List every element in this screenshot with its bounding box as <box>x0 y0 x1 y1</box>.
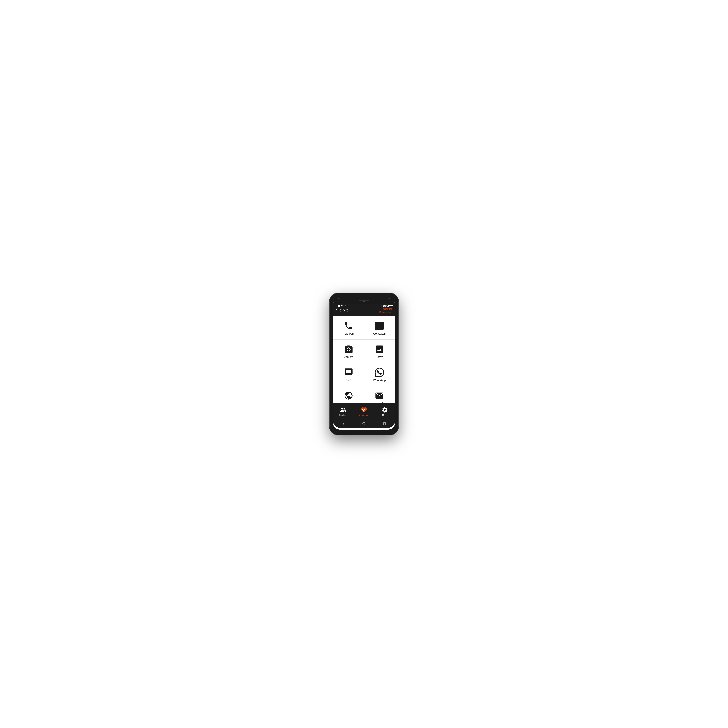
people-icon <box>340 407 347 413</box>
signal-wifi-group: WLAN <box>336 305 346 307</box>
menu-label: Menu <box>382 414 387 416</box>
sneltoets-label: Sneltoets <box>339 414 347 416</box>
heart-pulse-icon <box>361 407 367 413</box>
day-label: maandag <box>379 307 392 310</box>
contacten-label: Contacten <box>373 332 385 335</box>
battery-icon <box>388 305 392 307</box>
whatsapp-icon <box>375 368 384 377</box>
nav-sneltoets[interactable]: Sneltoets <box>333 407 353 416</box>
bottom-nav: Sneltoets Noodoproep Menu <box>333 403 395 419</box>
signal-bars-icon <box>336 305 340 307</box>
bluetooth-icon: ✱ <box>380 305 382 307</box>
recents-button[interactable] <box>383 422 386 425</box>
phone-screen: WLAN ✱ 100% 10:30 maandag 21 november <box>333 298 395 430</box>
camera-icon <box>344 344 353 354</box>
app-telefoon[interactable]: Telefoon <box>333 316 364 340</box>
battery-area: 100% <box>383 305 392 307</box>
camera-label: Camera <box>344 355 353 358</box>
status-bar: WLAN ✱ 100% 10:30 maandag 21 november <box>333 304 395 316</box>
app-grid: Telefoon Contacten Camera <box>333 316 395 410</box>
gear-icon <box>381 407 388 413</box>
date-label: 21 november <box>379 310 392 314</box>
app-sms[interactable]: SMS <box>333 363 364 386</box>
app-camera[interactable]: Camera <box>333 340 364 363</box>
photos-icon <box>375 344 384 354</box>
nav-menu[interactable]: Menu <box>375 407 395 416</box>
app-whatsapp[interactable]: WhatsApp <box>364 363 395 386</box>
fotos-label: Foto's <box>376 355 383 358</box>
power-button[interactable] <box>399 322 399 331</box>
notch <box>333 298 395 304</box>
time-display: 10:30 <box>336 308 348 313</box>
battery-percent: 100% <box>383 305 388 307</box>
app-contacten[interactable]: Contacten <box>364 316 395 340</box>
android-nav <box>333 420 395 428</box>
home-button[interactable] <box>362 422 365 425</box>
email-icon <box>375 391 384 401</box>
status-right-group: ✱ 100% <box>380 305 392 307</box>
internet-icon <box>344 391 353 401</box>
phone-icon <box>344 321 353 330</box>
back-button[interactable] <box>342 422 344 425</box>
contacts-icon <box>375 321 384 330</box>
camera-shortcut-button[interactable] <box>399 335 399 344</box>
nav-noodoproep[interactable]: Noodoproep <box>354 407 375 416</box>
app-fotos[interactable]: Foto's <box>364 340 395 363</box>
volume-button[interactable] <box>329 329 329 344</box>
date-display: maandag 21 november <box>379 307 392 314</box>
sms-icon <box>344 368 353 377</box>
noodoproep-label: Noodoproep <box>359 414 370 416</box>
telefoon-label: Telefoon <box>343 332 354 335</box>
phone-device: WLAN ✱ 100% 10:30 maandag 21 november <box>329 293 399 435</box>
speaker <box>359 300 369 301</box>
sms-label: SMS <box>346 379 352 382</box>
wlan-label: WLAN <box>341 305 346 307</box>
whatsapp-label: WhatsApp <box>373 379 385 382</box>
